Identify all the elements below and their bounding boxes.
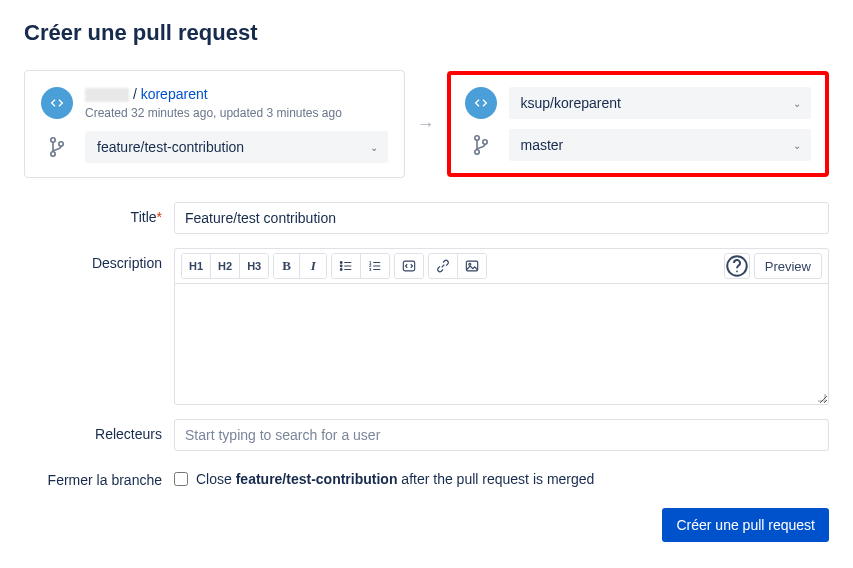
image-button[interactable] [458, 254, 486, 278]
source-panel: / koreparent Created 32 minutes ago, upd… [24, 70, 405, 178]
branch-icon [41, 136, 73, 158]
bold-button[interactable]: B [274, 254, 300, 278]
close-branch-text: Close feature/test-contribution after th… [196, 471, 594, 487]
unordered-list-button[interactable] [332, 254, 361, 278]
svg-point-0 [51, 138, 55, 142]
svg-point-1 [51, 152, 55, 156]
svg-point-6 [341, 262, 343, 264]
source-branch-dropdown[interactable]: feature/test-contribution ⌄ [85, 131, 388, 163]
target-repo-dropdown[interactable]: ksup/koreparent ⌄ [509, 87, 812, 119]
source-repo-meta: Created 32 minutes ago, updated 3 minute… [85, 105, 342, 122]
svg-text:3: 3 [369, 267, 372, 272]
svg-point-8 [341, 266, 343, 268]
svg-point-5 [482, 140, 486, 144]
repo-icon [465, 87, 497, 119]
description-label: Description [24, 248, 174, 271]
h2-button[interactable]: H2 [211, 254, 240, 278]
svg-point-2 [59, 142, 63, 146]
chevron-down-icon: ⌄ [793, 140, 801, 151]
svg-point-22 [736, 271, 738, 273]
svg-point-10 [341, 269, 343, 271]
repo-link[interactable]: koreparent [141, 86, 208, 102]
branch-selection-row: / koreparent Created 32 minutes ago, upd… [24, 70, 829, 178]
chevron-down-icon: ⌄ [370, 142, 378, 153]
branch-icon [465, 134, 497, 156]
svg-point-3 [474, 136, 478, 140]
repo-icon [41, 87, 73, 119]
resize-handle[interactable] [816, 392, 826, 402]
close-branch-label: Fermer la branche [24, 465, 174, 488]
link-button[interactable] [429, 254, 458, 278]
reviewers-label: Relecteurs [24, 419, 174, 442]
svg-point-4 [474, 150, 478, 154]
chevron-down-icon: ⌄ [793, 98, 801, 109]
target-branch-dropdown[interactable]: master ⌄ [509, 129, 812, 161]
help-button[interactable] [724, 253, 750, 279]
italic-button[interactable]: I [300, 254, 326, 278]
ordered-list-button[interactable]: 123 [361, 254, 389, 278]
page-title: Créer une pull request [24, 20, 829, 46]
code-button[interactable] [395, 254, 423, 278]
svg-rect-19 [467, 262, 478, 272]
target-panel: ksup/koreparent ⌄ master ⌄ [447, 71, 830, 177]
svg-point-20 [469, 264, 471, 266]
h1-button[interactable]: H1 [182, 254, 211, 278]
description-textarea[interactable] [175, 284, 828, 404]
obscured-owner [85, 88, 129, 102]
h3-button[interactable]: H3 [240, 254, 268, 278]
title-label: Title* [24, 202, 174, 225]
close-branch-checkbox[interactable] [174, 472, 188, 486]
create-pull-request-button[interactable]: Créer une pull request [662, 508, 829, 542]
preview-button[interactable]: Preview [754, 253, 822, 279]
arrow-right-icon: → [417, 114, 435, 135]
editor-toolbar: H1 H2 H3 B I 123 [175, 249, 828, 284]
title-input[interactable] [174, 202, 829, 234]
description-editor: H1 H2 H3 B I 123 [174, 248, 829, 405]
reviewers-input[interactable] [174, 419, 829, 451]
source-repo-name: / koreparent [85, 85, 342, 105]
